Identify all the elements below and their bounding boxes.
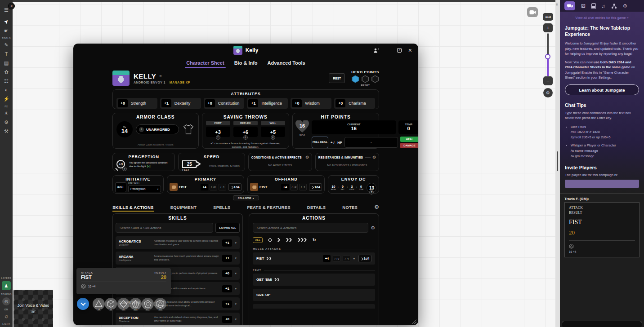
book-tool-icon[interactable]: ▤ bbox=[0, 58, 13, 67]
chat-scroll-area[interactable]: View all chat entries for this game » Ju… bbox=[560, 12, 644, 327]
manage-xp-link[interactable]: MANAGE XP bbox=[170, 81, 190, 84]
tab-dice[interactable]: ⚄ bbox=[581, 3, 586, 9]
chevron-down-icon[interactable]: ▾ bbox=[353, 257, 355, 261]
skill-row-arcana[interactable]: ARCANAIntelligence Arcana measures how m… bbox=[116, 252, 240, 265]
offhand-damage-button[interactable]: 1d4 bbox=[309, 183, 322, 191]
window-titlebar[interactable]: Kelly — ↗ × bbox=[73, 44, 418, 57]
reaction-filter-icon[interactable]: ↻ bbox=[313, 238, 316, 242]
tab-settings[interactable]: ⚙ bbox=[623, 3, 627, 9]
hero-point-1[interactable] bbox=[352, 75, 359, 83]
heal-button[interactable]: HEAL bbox=[400, 137, 418, 142]
zoom-slider-knob[interactable] bbox=[545, 54, 550, 59]
attr-charisma-mod[interactable]: +0 bbox=[335, 99, 345, 107]
primary-damage-button[interactable]: 1d4 bbox=[228, 183, 242, 191]
tab-character-sheet[interactable]: Character Sheet bbox=[186, 60, 224, 66]
skills-search-input[interactable] bbox=[116, 223, 213, 233]
fist-hit-button[interactable]: +4 bbox=[323, 255, 331, 262]
join-voice-video-tile[interactable]: Join Voice & Video ☏ bbox=[13, 290, 53, 327]
tab-bio-info[interactable]: Bio & Info bbox=[234, 60, 258, 66]
attr-wisdom[interactable]: +0Wisdom bbox=[291, 98, 331, 109]
token-stamp-tool-icon[interactable]: ✿ bbox=[0, 67, 13, 76]
d20-die-button[interactable]: d20 bbox=[154, 298, 166, 310]
assign-player-button[interactable] bbox=[373, 48, 379, 53]
chevron-down-icon[interactable]: ▾ bbox=[235, 318, 237, 321]
chevron-down-icon[interactable]: ▾ bbox=[235, 256, 237, 260]
tab-equipment[interactable]: EQUIPMENT bbox=[170, 205, 197, 210]
deck-tool-icon[interactable]: ☷ bbox=[0, 76, 13, 85]
fist-damage-button[interactable]: 1d4 bbox=[358, 255, 371, 262]
d12-die-button[interactable]: d12 bbox=[142, 298, 154, 310]
action-row-partial[interactable] bbox=[253, 304, 375, 309]
gm-layer-button[interactable]: ◎ bbox=[2, 297, 10, 305]
action-row-get-em[interactable]: GET 'EM! bbox=[253, 274, 375, 286]
two-action-filter-icon[interactable] bbox=[286, 238, 292, 242]
hp-adjust-input[interactable] bbox=[344, 137, 398, 148]
draw-tool-icon[interactable]: ✎ bbox=[0, 40, 13, 49]
tab-jukebox[interactable]: ♫ bbox=[602, 3, 605, 9]
actions-search-input[interactable] bbox=[253, 223, 368, 233]
attr-dexterity-mod[interactable]: +1 bbox=[161, 99, 171, 107]
primary-map2[interactable]: / +0 bbox=[210, 184, 217, 190]
d4-die-button[interactable]: d4 bbox=[93, 298, 105, 310]
attr-constitution-mod[interactable]: +0 bbox=[205, 99, 215, 107]
dc-total[interactable]: 13 T bbox=[367, 183, 376, 193]
attr-wisdom-mod[interactable]: +0 bbox=[292, 99, 302, 107]
zoom-in-button[interactable]: + bbox=[543, 23, 553, 32]
attr-strength[interactable]: +0Strength bbox=[116, 98, 157, 109]
chevron-down-icon[interactable]: ▾ bbox=[235, 287, 237, 291]
panel-handle-icon[interactable]: ≡ bbox=[556, 3, 558, 7]
perception-roll[interactable]: +3 T bbox=[116, 160, 126, 169]
character-menu-icon[interactable]: ≡ bbox=[159, 74, 161, 79]
fist-map3[interactable]: / -4 bbox=[343, 255, 350, 262]
chat-text-input[interactable] bbox=[562, 321, 642, 327]
d6-die-button[interactable]: d6 bbox=[105, 298, 117, 310]
rest-button[interactable]: REST bbox=[329, 73, 345, 83]
hp-max-heart[interactable]: 16 bbox=[295, 120, 309, 133]
three-action-filter-icon[interactable] bbox=[298, 238, 307, 242]
primary-map3[interactable]: / -4 bbox=[219, 184, 226, 190]
attr-dexterity[interactable]: +1Dexterity bbox=[160, 98, 201, 109]
collapse-toolbar-button[interactable]: « bbox=[8, 3, 15, 9]
one-action-filter-icon[interactable] bbox=[277, 238, 280, 242]
primary-weapon-name[interactable]: FIST bbox=[179, 185, 187, 189]
character-avatar[interactable] bbox=[112, 71, 130, 86]
hero-point-3[interactable] bbox=[371, 75, 379, 83]
tab-skills-actions[interactable]: SKILLS & ACTIONS bbox=[112, 205, 154, 210]
action-row-size-up[interactable]: SIZE UP bbox=[253, 289, 375, 301]
tab-chat[interactable] bbox=[564, 1, 575, 10]
skill-mod-button[interactable]: +1 bbox=[222, 239, 232, 247]
speed-notes-link[interactable]: Types, Modifiers, & Notes bbox=[206, 164, 242, 167]
learn-jumpgate-button[interactable]: Learn about Jumpgate bbox=[565, 84, 639, 95]
offhand-hit-button[interactable]: +4 bbox=[281, 184, 289, 190]
hero-points-reset[interactable]: RESET bbox=[361, 84, 370, 87]
text-tool-icon[interactable]: T bbox=[0, 49, 13, 58]
tab-advanced-tools[interactable]: Advanced Tools bbox=[268, 60, 305, 66]
skill-row-deception[interactable]: DECEPTIONCharisma You can trick and misl… bbox=[116, 313, 240, 325]
attr-intelligence[interactable]: +1Intelligence bbox=[247, 98, 288, 109]
armor-notes-link[interactable]: Armor Class Modifiers / Notes bbox=[113, 143, 198, 146]
action-row-fist[interactable]: FIST +4 / +0 / -4 ▾ 1d4 bbox=[253, 252, 375, 265]
attr-intelligence-mod[interactable]: +1 bbox=[248, 99, 258, 107]
resistances-gear-icon[interactable]: ⚙ bbox=[372, 155, 376, 159]
light-layer-button[interactable]: ☼ bbox=[2, 312, 10, 320]
damage-button[interactable]: DAMAGE bbox=[400, 143, 418, 148]
hp-temp-box[interactable]: TEMP 0 bbox=[398, 120, 418, 134]
offhand-weapon-name[interactable]: FIST bbox=[259, 185, 267, 189]
chevron-down-icon[interactable]: ▾ bbox=[235, 241, 237, 245]
collapse-button[interactable]: COLLAPSE▴ bbox=[233, 195, 259, 200]
zoom-out-button[interactable]: − bbox=[543, 76, 553, 85]
tab-journal[interactable] bbox=[591, 3, 596, 9]
camera-button[interactable] bbox=[527, 7, 538, 17]
panel-divider[interactable]: ≡ bbox=[555, 0, 560, 327]
dice-tray-toggle-button[interactable] bbox=[77, 298, 89, 310]
ac-value[interactable]: AC 14 bbox=[116, 121, 133, 137]
skill-mod-button[interactable]: +1 bbox=[222, 255, 232, 262]
zoom-settings-button[interactable]: ⚙ bbox=[543, 88, 553, 97]
measure-tool-icon[interactable]: ⚡ bbox=[0, 94, 13, 103]
attr-strength-mod[interactable]: +0 bbox=[118, 99, 128, 107]
tokens-layer-button[interactable]: ♟ bbox=[2, 281, 11, 290]
chevron-down-icon[interactable]: ▾ bbox=[235, 302, 237, 306]
primary-hit-button[interactable]: +4 bbox=[201, 184, 208, 190]
initiative-roll-button[interactable]: ROLL bbox=[115, 182, 126, 192]
perception-note-link[interactable]: [+] bbox=[147, 165, 150, 168]
